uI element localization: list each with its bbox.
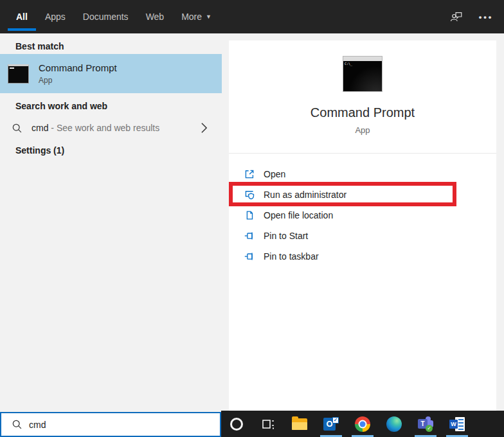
edge-button[interactable]	[386, 411, 402, 437]
outlook-icon: O ✓	[323, 417, 339, 431]
pin-icon	[243, 250, 256, 263]
command-prompt-icon	[8, 64, 29, 84]
cortana-button[interactable]	[229, 411, 244, 437]
outlook-button[interactable]: O ✓	[323, 411, 339, 437]
file-explorer-icon	[292, 418, 307, 430]
web-query: cmd	[32, 123, 48, 133]
tab-apps[interactable]: Apps	[45, 0, 66, 33]
file-location-icon	[243, 209, 256, 222]
command-prompt-screen	[343, 61, 382, 91]
chrome-button[interactable]	[355, 411, 370, 437]
more-options-icon[interactable]: •••	[478, 9, 494, 24]
taskbar: O ✓ T ✓ W	[221, 411, 504, 437]
preview-app-title: Command Prompt	[229, 105, 496, 120]
pin-icon	[243, 229, 256, 242]
search-filter-bar: All Apps Documents Web More ▼ •••	[0, 0, 504, 33]
word-icon: W	[449, 416, 465, 432]
action-label: Pin to Start	[264, 231, 308, 241]
topbar-actions: •••	[449, 0, 494, 33]
open-icon	[243, 168, 256, 181]
teams-icon: T ✓	[418, 416, 433, 432]
tab-documents[interactable]: Documents	[83, 0, 129, 33]
tab-more-label: More	[181, 12, 202, 22]
chrome-icon	[355, 416, 370, 432]
search-icon	[12, 419, 22, 430]
action-label: Pin to taskbar	[264, 251, 319, 262]
feedback-icon[interactable]	[449, 9, 464, 24]
results-panel: Best match Command Prompt App Search wor…	[0, 33, 222, 412]
action-pin-to-taskbar[interactable]: Pin to taskbar	[229, 246, 496, 267]
search-web-header: Search work and web	[0, 101, 222, 111]
best-match-header: Best match	[0, 41, 222, 51]
word-button[interactable]: W	[449, 411, 465, 437]
action-label: Open file location	[264, 210, 333, 220]
chevron-down-icon: ▼	[206, 13, 212, 20]
teams-button[interactable]: T ✓	[418, 411, 433, 437]
settings-header: Settings (1)	[0, 145, 222, 156]
search-icon	[12, 123, 22, 134]
tab-all[interactable]: All	[16, 0, 28, 33]
web-suffix: - See work and web results	[48, 123, 159, 133]
preview-pane: Command Prompt App Open	[229, 40, 496, 411]
windows-search-flyout: All Apps Documents Web More ▼ ••• Best m…	[0, 0, 504, 437]
web-search-result[interactable]: cmd - See work and web results	[0, 118, 222, 138]
best-match-result[interactable]: Command Prompt App	[0, 54, 222, 93]
edge-icon	[386, 416, 402, 432]
action-pin-to-start[interactable]: Pin to Start	[229, 226, 496, 246]
preview-divider	[229, 153, 496, 154]
best-match-text: Command Prompt App	[39, 62, 117, 85]
tab-web[interactable]: Web	[146, 0, 165, 33]
command-prompt-icon-large	[343, 56, 382, 92]
preview-app-type: App	[229, 125, 496, 135]
task-view-icon	[261, 417, 275, 431]
task-view-button[interactable]	[260, 411, 276, 437]
taskbar-search-box[interactable]	[0, 412, 221, 437]
best-match-subtitle: App	[39, 76, 117, 85]
file-explorer-button[interactable]	[292, 411, 307, 437]
action-label: Open	[264, 169, 285, 179]
context-actions: Open Run as administrator	[229, 164, 496, 267]
filter-tabs: All Apps Documents Web More ▼	[0, 0, 212, 33]
web-result-text: cmd - See work and web results	[32, 123, 159, 133]
chevron-right-icon[interactable]	[201, 122, 208, 134]
action-open-file-location[interactable]: Open file location	[229, 205, 496, 226]
cortana-icon	[230, 418, 243, 431]
annotation-red-box	[229, 182, 456, 206]
tab-more[interactable]: More ▼	[181, 0, 212, 33]
best-match-title: Command Prompt	[39, 62, 117, 73]
search-input[interactable]	[29, 420, 190, 430]
